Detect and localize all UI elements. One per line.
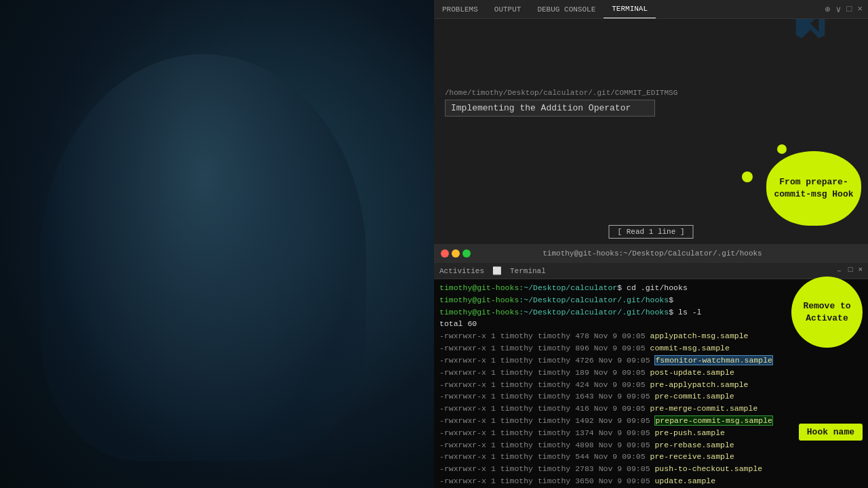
file-pre-rebase: -rwxrwxr-x 1 timothy timothy 4898 Nov 9 …	[439, 439, 863, 451]
from-hook-annotation: From prepare- commit-msg Hook	[766, 151, 861, 226]
file-fsmonitor: -rwxrwxr-x 1 timothy timothy 4726 Nov 9 …	[439, 354, 863, 367]
minimize-btn[interactable]	[452, 249, 460, 258]
file-pre-applypatch: -rwxrwxr-x 1 timothy timothy 424 Nov 9 0…	[439, 379, 863, 391]
annotation-dot-1	[777, 144, 787, 154]
tab-debug-console[interactable]: DEBUG CONSOLE	[529, 0, 604, 18]
file-pre-merge: -rwxrwxr-x 1 timothy timothy 416 Nov 9 0…	[439, 403, 863, 415]
tab-problems[interactable]: PROBLEMS	[434, 0, 486, 18]
remove-to-activate-annotation: Remove to Activate	[791, 277, 863, 348]
tab-icons: ⊕ ∨ □ ×	[825, 4, 868, 15]
file-commit-msg: -rwxrwxr-x 1 timothy timothy 896 Nov 9 0…	[439, 342, 863, 354]
read-line-indicator: [ Read 1 line ]	[608, 225, 693, 239]
annotation-dot-2	[742, 171, 753, 182]
git-terminal-tabs: Activities ⬜ Terminal － □ ×	[434, 263, 868, 279]
commit-editor-panel: /home/timothy/Desktop/calculator/.git/CO…	[434, 64, 868, 244]
file-update: -rwxrwxr-x 1 timothy timothy 3650 Nov 9 …	[439, 475, 863, 487]
window-controls	[441, 249, 471, 258]
tab-terminal[interactable]: TERMINAL	[604, 0, 656, 18]
commit-editor: /home/timothy/Desktop/calculator/.git/CO…	[434, 83, 868, 244]
vscode-panel: PROBLEMS OUTPUT DEBUG CONSOLE TERMINAL ⊕…	[434, 0, 868, 488]
hook-name-annotation: Hook name	[799, 424, 863, 441]
file-post-update: -rwxrwxr-x 1 timothy timothy 189 Nov 9 0…	[439, 367, 863, 379]
commit-path: /home/timothy/Desktop/calculator/.git/CO…	[445, 89, 857, 97]
git-terminal-titlebar: timothy@git-hooks:~/Desktop/Calculator/.…	[434, 244, 868, 263]
vscode-panel-tabs: PROBLEMS OUTPUT DEBUG CONSOLE TERMINAL ⊕…	[434, 0, 868, 19]
file-pre-receive: -rwxrwxr-x 1 timothy timothy 544 Nov 9 0…	[439, 451, 863, 463]
git-tab-activities[interactable]: Activities	[439, 267, 484, 275]
background-photo	[0, 0, 434, 488]
maximize-btn[interactable]	[462, 249, 471, 258]
tab-output[interactable]: OUTPUT	[486, 0, 530, 18]
file-pre-commit: -rwxrwxr-x 1 timothy timothy 1643 Nov 9 …	[439, 390, 863, 403]
file-push-to-checkout: -rwxrwxr-x 1 timothy timothy 2783 Nov 9 …	[439, 463, 863, 475]
terminal-icon: ⬜	[492, 266, 502, 275]
commit-message-input[interactable]	[445, 100, 655, 117]
git-hooks-terminal: timothy@git-hooks:~/Desktop/Calculator/.…	[434, 244, 868, 488]
git-tab-terminal[interactable]: Terminal	[510, 267, 546, 275]
close-btn[interactable]	[441, 249, 449, 258]
terminal-title: timothy@git-hooks:~/Desktop/Calculator/.…	[471, 249, 834, 258]
